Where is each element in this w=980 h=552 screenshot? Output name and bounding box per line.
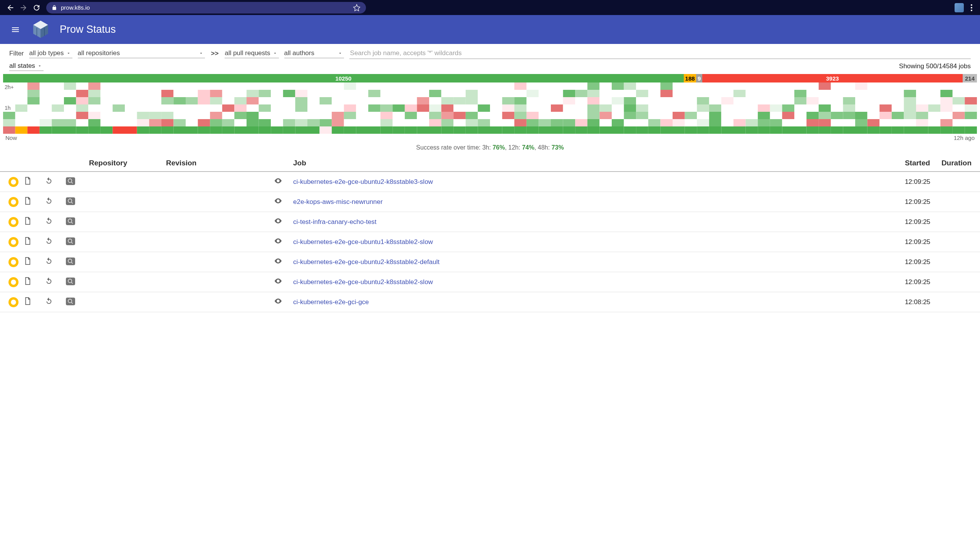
heatmap-grid[interactable]	[3, 82, 977, 134]
svg-rect-471	[807, 119, 819, 126]
status-pending-icon[interactable]	[8, 197, 18, 207]
pull-requests-dropdown[interactable]: all pull requests	[225, 49, 279, 58]
svg-rect-460	[673, 119, 685, 126]
col-duration: Duration	[939, 155, 980, 172]
rerun-icon[interactable]	[45, 197, 53, 205]
summary-aborted[interactable]: 9	[696, 74, 702, 82]
svg-rect-70	[794, 82, 807, 90]
svg-rect-392	[819, 112, 831, 119]
svg-rect-215	[612, 97, 624, 104]
svg-rect-323	[953, 104, 965, 112]
svg-rect-515	[368, 126, 381, 134]
back-button[interactable]	[4, 1, 17, 14]
svg-rect-27	[271, 82, 283, 90]
build-log-icon[interactable]	[23, 217, 32, 225]
svg-rect-33	[344, 82, 356, 90]
spyglass-icon[interactable]	[66, 197, 75, 205]
svg-rect-373	[587, 112, 600, 119]
authors-dropdown[interactable]: all authors	[284, 49, 344, 58]
rerun-icon[interactable]	[45, 257, 53, 265]
eye-icon[interactable]	[274, 217, 282, 225]
eye-icon[interactable]	[274, 177, 282, 185]
status-pending-icon[interactable]	[8, 277, 18, 287]
svg-rect-254	[112, 104, 125, 112]
svg-rect-454	[599, 119, 612, 126]
spyglass-icon[interactable]	[66, 177, 75, 185]
job-link[interactable]: ci-kubernetes-e2e-gce-ubuntu2-k8sstable2…	[293, 278, 433, 286]
browser-toolbar: prow.k8s.io	[0, 0, 980, 15]
reload-button[interactable]	[30, 1, 43, 14]
spyglass-icon[interactable]	[66, 298, 75, 305]
chevron-down-icon	[338, 51, 342, 56]
eye-icon[interactable]	[274, 297, 282, 305]
svg-rect-294	[599, 104, 612, 112]
svg-rect-559	[904, 126, 916, 134]
svg-rect-99	[173, 90, 186, 97]
summary-success[interactable]: 10250	[3, 74, 684, 82]
svg-rect-379	[660, 112, 673, 119]
build-log-icon[interactable]	[23, 197, 32, 205]
spyglass-icon[interactable]	[66, 237, 75, 245]
svg-rect-381	[685, 112, 697, 119]
status-pending-icon[interactable]	[8, 177, 18, 187]
svg-rect-388	[770, 112, 782, 119]
job-link[interactable]: ci-kubernetes-e2e-gce-ubuntu2-k8sstable2…	[293, 258, 440, 266]
states-dropdown[interactable]: all states	[9, 61, 44, 71]
forward-button[interactable]	[17, 1, 30, 14]
spyglass-icon[interactable]	[66, 278, 75, 285]
status-pending-icon[interactable]	[8, 297, 18, 307]
build-log-icon[interactable]	[23, 277, 32, 285]
summary-failure[interactable]: 3923	[702, 74, 963, 82]
bookmark-star-icon[interactable]	[353, 4, 361, 12]
eye-icon[interactable]	[274, 257, 282, 265]
job-link[interactable]: ci-test-infra-canary-echo-test	[293, 218, 376, 226]
build-log-icon[interactable]	[23, 177, 32, 185]
svg-rect-346	[259, 112, 271, 119]
menu-button[interactable]	[8, 22, 23, 37]
spyglass-icon[interactable]	[66, 257, 75, 265]
eye-icon[interactable]	[274, 277, 282, 285]
status-pending-icon[interactable]	[8, 237, 18, 247]
job-link[interactable]: ci-kubernetes-e2e-gce-ubuntu2-k8sstable3…	[293, 178, 433, 185]
svg-rect-60	[673, 82, 685, 90]
svg-rect-298	[648, 104, 661, 112]
job-types-dropdown[interactable]: all job types	[29, 49, 72, 58]
eye-icon[interactable]	[274, 237, 282, 245]
summary-pending[interactable]: 188	[684, 74, 696, 82]
search-input[interactable]	[349, 48, 971, 59]
build-log-icon[interactable]	[23, 257, 32, 265]
svg-rect-74	[843, 82, 855, 90]
svg-rect-391	[807, 112, 819, 119]
build-log-icon[interactable]	[23, 237, 32, 245]
status-pending-icon[interactable]	[8, 217, 18, 227]
svg-rect-334	[112, 112, 125, 119]
rerun-icon[interactable]	[45, 297, 53, 305]
rerun-icon[interactable]	[45, 217, 53, 225]
job-link[interactable]: e2e-kops-aws-misc-newrunner	[293, 198, 383, 205]
spyglass-icon[interactable]	[66, 217, 75, 225]
extension-icon[interactable]	[955, 3, 964, 12]
repositories-dropdown[interactable]: all repositories	[78, 49, 205, 58]
svg-rect-526	[502, 126, 515, 134]
job-link[interactable]: ci-kubernetes-e2e-gce-ubuntu1-k8sstable2…	[293, 238, 433, 246]
svg-rect-394	[843, 112, 855, 119]
rerun-icon[interactable]	[45, 177, 53, 185]
svg-rect-491	[76, 126, 89, 134]
svg-rect-472	[819, 119, 831, 126]
address-bar[interactable]: prow.k8s.io	[46, 2, 366, 13]
cell-duration	[939, 292, 980, 312]
status-pending-icon[interactable]	[8, 257, 18, 267]
job-link[interactable]: ci-kubernetes-e2e-gci-gce	[293, 298, 369, 306]
browser-menu-button[interactable]	[967, 3, 976, 12]
cell-started: 12:09:25	[903, 212, 939, 232]
svg-rect-253	[101, 104, 113, 112]
svg-rect-175	[125, 97, 137, 104]
svg-rect-226	[746, 97, 758, 104]
rerun-icon[interactable]	[45, 237, 53, 245]
svg-rect-105	[247, 90, 259, 97]
svg-rect-517	[393, 126, 405, 134]
eye-icon[interactable]	[274, 197, 282, 205]
rerun-icon[interactable]	[45, 277, 53, 285]
summary-other[interactable]: 214	[963, 74, 977, 82]
build-log-icon[interactable]	[23, 297, 32, 305]
